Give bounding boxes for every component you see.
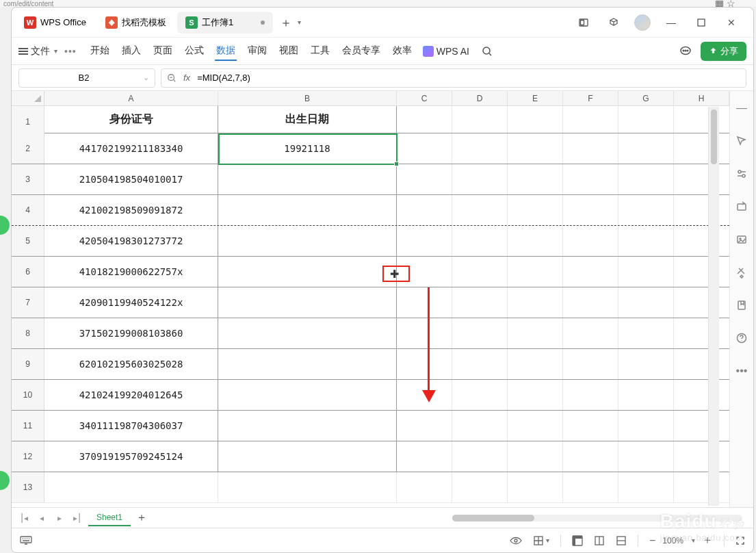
- cell[interactable]: 210504198504010017: [44, 164, 218, 194]
- cell[interactable]: [397, 441, 452, 472]
- sheet-nav-prev[interactable]: ◂: [35, 513, 49, 523]
- tools-icon[interactable]: [734, 265, 749, 280]
- table-row[interactable]: 8371502199008103860: [12, 318, 729, 349]
- name-box[interactable]: B2 ⌄: [18, 68, 155, 88]
- table-row[interactable]: 244170219921118334019921118: [12, 133, 729, 164]
- row-header[interactable]: 8: [12, 318, 44, 348]
- cell[interactable]: 441702199211183340: [44, 133, 218, 164]
- cell[interactable]: [397, 195, 452, 225]
- cell[interactable]: [508, 257, 563, 287]
- cell[interactable]: [618, 411, 674, 441]
- cube-icon[interactable]: [604, 13, 623, 32]
- cell[interactable]: [508, 133, 563, 164]
- sheet-nav-first[interactable]: ⎮◂: [17, 513, 31, 523]
- add-sheet-button[interactable]: ＋: [135, 511, 148, 525]
- cell[interactable]: [618, 349, 674, 379]
- cell[interactable]: 620102195603025028: [44, 349, 218, 379]
- sheet-nav-last[interactable]: ▸⎮: [70, 513, 84, 523]
- table-row[interactable]: 10421024199204012645: [12, 380, 729, 411]
- cell[interactable]: [563, 349, 618, 379]
- cell[interactable]: [218, 195, 397, 225]
- window-split-icon[interactable]: [574, 13, 593, 32]
- zoom-chevron-icon[interactable]: ▾: [692, 537, 695, 544]
- cell[interactable]: [397, 380, 452, 410]
- show-icon[interactable]: [510, 537, 522, 545]
- more-menu[interactable]: •••: [64, 46, 77, 57]
- cell[interactable]: [397, 411, 452, 441]
- cell[interactable]: [218, 472, 397, 502]
- cell[interactable]: [563, 106, 618, 133]
- menu-start[interactable]: 开始: [89, 42, 111, 61]
- chat-icon[interactable]: [679, 44, 692, 58]
- col-header-A[interactable]: A: [44, 91, 218, 105]
- horizontal-scrollbar[interactable]: [452, 515, 742, 522]
- tab-menu-chevron-icon[interactable]: ▾: [298, 18, 301, 26]
- cell[interactable]: [452, 349, 508, 379]
- cell[interactable]: [508, 164, 563, 194]
- sheet-nav-next[interactable]: ▸: [53, 513, 66, 523]
- cell[interactable]: [508, 287, 563, 318]
- maximize-button[interactable]: [692, 13, 711, 32]
- cell[interactable]: [452, 226, 508, 256]
- cell[interactable]: [563, 133, 618, 164]
- formula-input[interactable]: fx =MID(A2,7,8): [161, 68, 746, 88]
- fx-icon[interactable]: fx: [183, 73, 190, 83]
- table-row[interactable]: 1身份证号出生日期: [12, 106, 729, 133]
- menu-review[interactable]: 审阅: [246, 42, 268, 61]
- menu-efficiency[interactable]: 效率: [391, 42, 413, 61]
- keyboard-icon[interactable]: [20, 536, 32, 545]
- cell[interactable]: [452, 318, 508, 348]
- cell[interactable]: [618, 380, 674, 410]
- cell[interactable]: [218, 226, 397, 256]
- cell[interactable]: [508, 472, 563, 502]
- cell[interactable]: [218, 318, 397, 348]
- table-row[interactable]: 742090119940524122x: [12, 287, 729, 318]
- table-row[interactable]: 9620102195603025028: [12, 349, 729, 380]
- menu-tools[interactable]: 工具: [309, 42, 331, 61]
- menu-insert[interactable]: 插入: [120, 42, 142, 61]
- cell[interactable]: 371502199008103860: [44, 318, 218, 348]
- menu-member[interactable]: 会员专享: [341, 42, 382, 61]
- cell[interactable]: [218, 441, 397, 472]
- col-header-B[interactable]: B: [218, 91, 397, 105]
- tab-workbook[interactable]: S 工作簿1: [177, 12, 273, 34]
- image-icon[interactable]: [734, 232, 749, 247]
- collapse-icon[interactable]: —: [734, 101, 749, 116]
- cell[interactable]: 41018219000622757x: [44, 257, 218, 287]
- table-row[interactable]: 4421002198509091872: [12, 195, 729, 226]
- cell[interactable]: [508, 441, 563, 472]
- cell[interactable]: [397, 106, 452, 133]
- cell[interactable]: [452, 195, 508, 225]
- cell[interactable]: [618, 318, 674, 348]
- cell[interactable]: [452, 287, 508, 318]
- row-header[interactable]: 3: [12, 164, 44, 194]
- row-header[interactable]: 1: [12, 106, 44, 137]
- cell[interactable]: [563, 380, 618, 410]
- cell[interactable]: 340111198704306037: [44, 411, 218, 441]
- cell[interactable]: 421024199204012645: [44, 380, 218, 410]
- row-header[interactable]: 9: [12, 349, 44, 379]
- cell[interactable]: [452, 441, 508, 472]
- cell[interactable]: [397, 349, 452, 379]
- cell[interactable]: [452, 257, 508, 287]
- row-header[interactable]: 4: [12, 195, 44, 225]
- row-header[interactable]: 6: [12, 257, 44, 287]
- scroll-thumb[interactable]: [711, 110, 717, 164]
- menu-page[interactable]: 页面: [152, 42, 174, 61]
- scroll-thumb[interactable]: [452, 515, 534, 522]
- cell[interactable]: [397, 133, 452, 164]
- cell[interactable]: [563, 472, 618, 502]
- zoom-out-button[interactable]: −: [649, 535, 655, 547]
- settings-icon[interactable]: [734, 166, 749, 181]
- column-headers[interactable]: A B C D E F G H: [12, 91, 729, 106]
- select-all-corner[interactable]: [12, 91, 44, 105]
- cell[interactable]: [508, 226, 563, 256]
- row-header[interactable]: 7: [12, 287, 44, 318]
- cell[interactable]: [618, 164, 674, 194]
- view-page-icon[interactable]: [594, 535, 605, 546]
- cell[interactable]: [618, 195, 674, 225]
- cell[interactable]: [452, 380, 508, 410]
- col-header-G[interactable]: G: [618, 91, 674, 105]
- rotate-icon[interactable]: [734, 199, 749, 214]
- cell[interactable]: [618, 472, 674, 502]
